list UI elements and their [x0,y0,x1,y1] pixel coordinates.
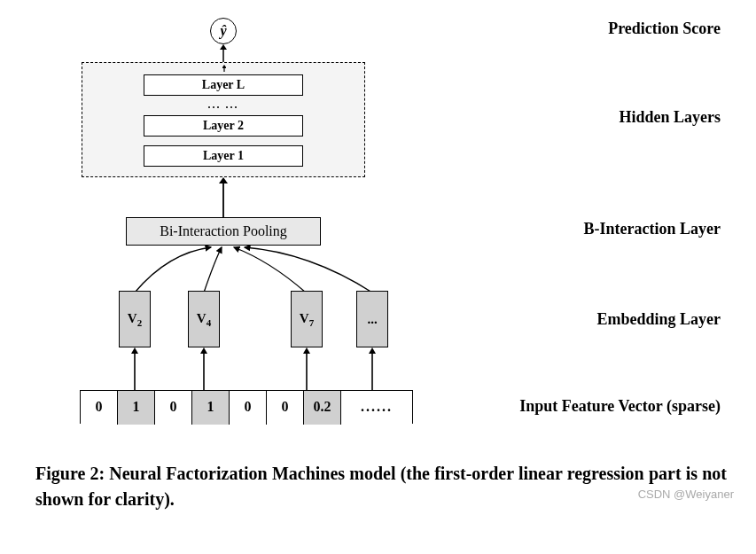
output-yhat: ŷ [210,18,237,44]
input-feature-vector: 0 1 0 1 0 0 0.2 ...... [80,390,413,424]
arrow-bi-to-hidden [222,177,225,218]
embedding-v4: V4 [188,291,220,347]
arrow-in-v4 [200,347,207,390]
label-hidden: Hidden Layers [619,108,721,127]
input-cell-5: 0 [267,391,304,425]
svg-marker-7 [222,65,226,68]
label-prediction: Prediction Score [608,20,721,38]
input-cell-0: 0 [81,391,118,425]
svg-marker-1 [220,44,227,50]
label-bi: B-Interaction Layer [584,220,721,238]
arrow-in-v2 [131,347,138,390]
figure-caption: Figure 2: Neural Factorization Machines … [35,461,727,512]
svg-marker-11 [131,347,138,354]
bi-interaction-pooling: Bi-Interaction Pooling [126,217,321,246]
input-cell-dots: ...... [341,391,412,425]
svg-marker-15 [303,347,310,354]
input-cell-1: 1 [118,391,155,425]
input-cell-3: 1 [192,391,230,425]
embedding-more: ... [356,291,388,347]
label-embedding: Embedding Layer [596,310,721,329]
input-cell-4: 0 [230,391,267,425]
arrows-emb-to-bi [80,244,399,297]
watermark: CSDN @Weiyaner [638,488,734,501]
svg-marker-13 [200,347,207,354]
arrow-in-more [369,347,376,390]
layer-L: Layer L [144,74,303,96]
layer-2: Layer 2 [144,115,303,137]
embedding-v2: V2 [119,291,151,347]
layer-dots: ... ... [208,100,239,109]
arrow-hidden-to-output [222,44,225,64]
embedding-v7: V7 [291,291,323,347]
arrow-lL-out [222,65,226,72]
input-cell-6: 0.2 [304,391,341,425]
label-input: Input Feature Vector (sparse) [519,397,721,416]
arrow-in-v7 [303,347,310,390]
hidden-layers-box: Layer 1 Layer 2 ... ... Layer L [82,62,365,177]
layer-1: Layer 1 [144,145,303,167]
input-cell-2: 0 [155,391,192,425]
svg-marker-9 [219,177,228,183]
svg-marker-17 [369,347,376,354]
diagram: Prediction Score Hidden Layers B-Interac… [27,18,729,452]
